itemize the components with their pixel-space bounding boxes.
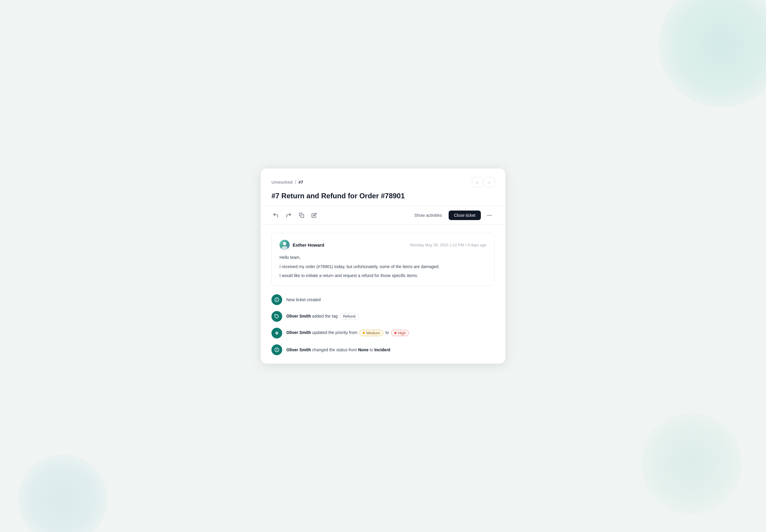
- svg-point-2: [489, 215, 490, 216]
- toolbar-right: Show activities Close ticket: [411, 211, 495, 220]
- breadcrumb-ticket-id: #7: [299, 180, 303, 185]
- dot-high: [394, 332, 396, 334]
- activity-text-status: Oliver Smith changed the status from Non…: [286, 347, 390, 352]
- toolbar: Show activities Close ticket: [261, 206, 505, 225]
- breadcrumb-separator: /: [295, 180, 296, 185]
- activity-item-status: Oliver Smith changed the status from Non…: [271, 344, 495, 355]
- edit-button[interactable]: [310, 211, 318, 219]
- next-button[interactable]: ›: [484, 177, 495, 188]
- close-ticket-button[interactable]: Close ticket: [449, 211, 481, 220]
- activity-text-priority: Oliver Smith updated the priority from M…: [286, 330, 410, 336]
- bg-decoration-top-right: [659, 0, 766, 107]
- reply-button[interactable]: [271, 211, 280, 219]
- activity-text-tag: Oliver Smith added the tag Refund: [286, 313, 360, 319]
- activity-icon-priority: [271, 328, 282, 338]
- svg-rect-0: [301, 215, 304, 218]
- card-body: Esther Howard Monday May 29, 2023 1:22 P…: [261, 225, 505, 363]
- bg-decoration-bottom-right: [641, 413, 742, 514]
- message-author: Esther Howard: [279, 240, 324, 250]
- activity-item-tag: Oliver Smith added the tag Refund: [271, 311, 495, 322]
- activity-icon-status: [271, 344, 282, 355]
- toolbar-left: [271, 211, 318, 219]
- activity-text-new-ticket: New ticket created: [286, 297, 321, 302]
- message-line1: I received my order (#78901) today, but …: [279, 263, 487, 270]
- message-timestamp: Monday May 29, 2023 1:22 PM • 9 days ago: [410, 243, 487, 247]
- breadcrumb: Unresolved / #7 ‹ ›: [271, 177, 495, 188]
- ticket-card: Unresolved / #7 ‹ › #7 Return and Refund…: [261, 168, 505, 363]
- breadcrumb-left: Unresolved / #7: [271, 180, 303, 185]
- card-header: Unresolved / #7 ‹ › #7 Return and Refund…: [261, 168, 505, 206]
- activity-item-new-ticket: New ticket created: [271, 294, 495, 305]
- activity-list: New ticket created Oliver Smith added th…: [271, 294, 495, 355]
- page-title: #7 Return and Refund for Order #78901: [271, 192, 495, 200]
- svg-point-5: [283, 242, 286, 245]
- activity-item-priority: Oliver Smith updated the priority from M…: [271, 328, 495, 338]
- message-body: Hello team, I received my order (#78901)…: [279, 254, 487, 279]
- avatar: [279, 240, 290, 250]
- more-options-button[interactable]: [484, 211, 495, 219]
- message-card: Esther Howard Monday May 29, 2023 1:22 P…: [271, 233, 495, 286]
- priority-medium-badge: Medium: [359, 330, 383, 336]
- tag-refund-badge: Refund: [340, 313, 359, 319]
- activity-icon-tag: [271, 311, 282, 322]
- message-greeting: Hello team,: [279, 254, 487, 261]
- dot-medium: [363, 332, 365, 334]
- forward-button[interactable]: [285, 211, 293, 219]
- message-header: Esther Howard Monday May 29, 2023 1:22 P…: [279, 240, 487, 250]
- copy-button[interactable]: [298, 211, 305, 219]
- activity-icon-info: [271, 294, 282, 305]
- breadcrumb-unresolved: Unresolved: [271, 180, 293, 185]
- bg-decoration-bottom-left: [18, 454, 107, 532]
- prev-button[interactable]: ‹: [472, 177, 483, 188]
- priority-high-badge: High: [391, 330, 409, 336]
- svg-point-1: [487, 215, 488, 216]
- message-line2: I would like to initiate a return and re…: [279, 272, 487, 279]
- author-name: Esther Howard: [293, 242, 324, 248]
- nav-buttons: ‹ ›: [472, 177, 495, 188]
- svg-point-3: [491, 215, 492, 216]
- show-activities-button[interactable]: Show activities: [411, 211, 445, 219]
